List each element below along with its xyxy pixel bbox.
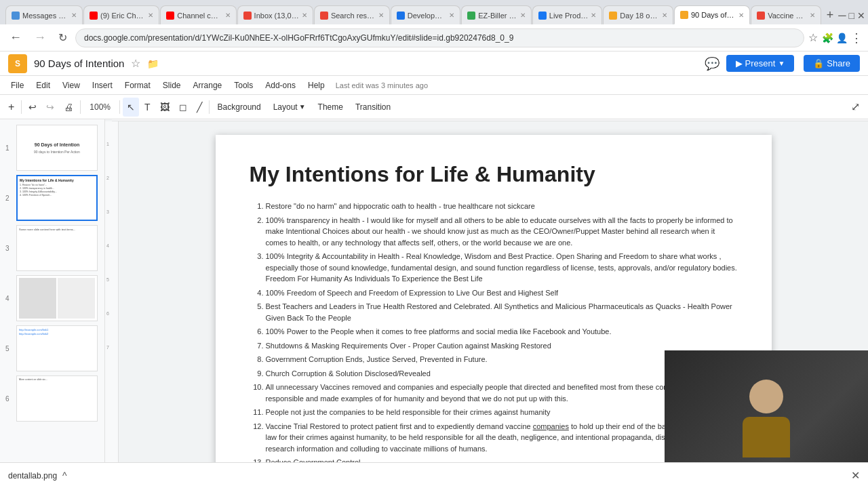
text-tool[interactable]: T xyxy=(140,98,155,117)
present-label: Present xyxy=(745,58,776,68)
tab-label: Search results... xyxy=(331,12,376,20)
tab-close[interactable]: ✕ xyxy=(225,12,231,19)
tab-close[interactable]: ✕ xyxy=(662,12,667,19)
ruler-left: 1 2 3 4 5 6 7 xyxy=(105,121,119,462)
comments-button[interactable]: 💬 xyxy=(705,56,719,71)
move-to-drive-button[interactable]: 📁 xyxy=(147,58,159,69)
toolbar-sep1 xyxy=(21,100,22,114)
profile-button[interactable]: 👤 xyxy=(836,30,848,45)
address-bar[interactable] xyxy=(75,28,804,47)
download-dropdown[interactable]: ^ xyxy=(62,470,67,481)
tab-messages[interactable]: Messages for w... ✕ xyxy=(5,5,83,24)
slide-thumb-4[interactable]: 4 xyxy=(16,275,99,321)
tab-channel[interactable]: Channel conte... ✕ xyxy=(160,5,236,24)
menu-help[interactable]: Help xyxy=(302,79,330,92)
menu-tools[interactable]: Tools xyxy=(229,79,258,92)
menu-addons[interactable]: Add-ons xyxy=(260,79,301,92)
slide-number: 6 xyxy=(5,395,9,403)
app-logo: S xyxy=(8,54,27,73)
tab-label: Channel conte... xyxy=(177,12,222,20)
slide-title: My Intentions for Life & Humanity xyxy=(250,162,738,187)
tab-day18[interactable]: Day 18 of 90 D... ✕ xyxy=(603,5,673,24)
extension-button[interactable]: 🧩 xyxy=(822,30,833,45)
theme-button[interactable]: Theme xyxy=(313,98,349,117)
tab-yt[interactable]: (9) Eric Chong... ✕ xyxy=(83,5,159,24)
download-close[interactable]: ✕ xyxy=(851,469,860,482)
bookmark-button[interactable]: ☆ xyxy=(808,31,818,44)
tab-vaccine[interactable]: Vaccine Epide... ✕ xyxy=(751,5,821,24)
slide-thumb-1[interactable]: 1 90 Days of Intention 90 days to Intent… xyxy=(16,125,99,171)
tab-90days[interactable]: 90 Days of Inter... ✕ xyxy=(674,5,750,24)
slide-thumb-6[interactable]: 6 More content on slide six... xyxy=(16,375,99,422)
present-button[interactable]: ▶ Present ▼ xyxy=(726,55,795,72)
reload-button[interactable]: ↻ xyxy=(54,28,71,47)
menu-format[interactable]: Format xyxy=(119,79,156,92)
tab-close[interactable]: ✕ xyxy=(520,12,526,19)
forward-button[interactable]: → xyxy=(30,28,50,47)
list-item-7: Shutdowns & Masking Requirements Over - … xyxy=(266,340,738,352)
browser-chrome: Messages for w... ✕ (9) Eric Chong... ✕ … xyxy=(0,0,868,24)
tab-label: Day 18 of 90 D... xyxy=(620,12,659,20)
menu-bar: File Edit View Insert Format Slide Arran… xyxy=(0,76,868,95)
tab-close[interactable]: ✕ xyxy=(449,12,454,19)
image-tool[interactable]: 🖼 xyxy=(156,98,174,117)
tab-label: Inbox (13,007)... xyxy=(254,12,299,20)
tab-close[interactable]: ✕ xyxy=(738,12,744,19)
transition-button[interactable]: Transition xyxy=(350,98,396,117)
tab-devp[interactable]: Development P... ✕ xyxy=(391,5,461,24)
star-button[interactable]: ☆ xyxy=(131,57,140,70)
tab-label: Messages for w... xyxy=(22,12,67,20)
fit-screen-button[interactable]: ⤢ xyxy=(847,98,864,116)
background-button[interactable]: Background xyxy=(212,98,267,117)
settings-button[interactable]: ⋮ xyxy=(850,30,863,45)
tab-label: EZ-Biller Dash... xyxy=(478,12,517,20)
tab-fb[interactable]: Live Producer... ✕ xyxy=(532,5,603,24)
minimize-btn[interactable]: ─ xyxy=(838,9,846,22)
slide-thumb-3[interactable]: 3 Some more slide content here with text… xyxy=(16,225,99,271)
tab-close[interactable]: ✕ xyxy=(810,12,815,19)
list-item-5: Best Teachers and Leaders in True Health… xyxy=(266,301,738,323)
maximize-btn[interactable]: □ xyxy=(849,10,854,21)
toolbar-add-btn[interactable]: + xyxy=(4,98,18,117)
print-button[interactable]: 🖨 xyxy=(60,98,77,117)
line-tool[interactable]: ╱ xyxy=(193,98,206,117)
menu-insert[interactable]: Insert xyxy=(87,79,118,92)
slide-number: 5 xyxy=(5,345,9,352)
tab-gmail1[interactable]: Inbox (13,007)... ✕ xyxy=(237,5,313,24)
tab-gmail2[interactable]: Search results... ✕ xyxy=(314,5,390,24)
tab-close[interactable]: ✕ xyxy=(302,12,307,19)
redo-button[interactable]: ↪ xyxy=(42,98,58,117)
thumb-subtitle: 90 days to Intention Per Action xyxy=(34,150,80,154)
tab-close[interactable]: ✕ xyxy=(591,12,596,19)
share-button[interactable]: 🔒 Share xyxy=(804,55,860,72)
zoom-level[interactable]: 100% xyxy=(83,100,117,115)
shape-tool[interactable]: ◻ xyxy=(175,98,191,117)
menu-slide[interactable]: Slide xyxy=(157,79,186,92)
close-btn[interactable]: ✕ xyxy=(857,10,865,21)
undo-button[interactable]: ↩ xyxy=(24,98,41,117)
tab-close[interactable]: ✕ xyxy=(378,12,384,19)
layout-button[interactable]: Layout ▼ xyxy=(268,98,311,117)
slide-number: 3 xyxy=(5,245,9,252)
tab-close[interactable]: ✕ xyxy=(148,12,153,19)
menu-file[interactable]: File xyxy=(5,79,29,92)
slide-thumb-2[interactable]: 2 My Intentions for Life & Humanity 1. R… xyxy=(16,175,99,221)
menu-arrange[interactable]: Arrange xyxy=(188,79,228,92)
slide-number: 1 xyxy=(5,144,9,152)
app-header: S 90 Days of Intention ☆ 📁 💬 ▶ Present ▼… xyxy=(0,52,868,76)
cursor-tool[interactable]: ↖ xyxy=(123,98,139,117)
menu-view[interactable]: View xyxy=(57,79,85,92)
menu-edit[interactable]: Edit xyxy=(31,79,56,92)
ruler-top: 1 2 3 4 5 6 7 8 9 xyxy=(112,119,868,121)
download-filename: dentallab.png xyxy=(8,471,57,481)
tab-label: 90 Days of Inter... xyxy=(691,11,736,19)
new-tab-button[interactable]: + xyxy=(822,5,838,24)
tab-close[interactable]: ✕ xyxy=(71,12,77,19)
back-button[interactable]: ← xyxy=(5,28,26,47)
tab-ezbiller[interactable]: EZ-Biller Dash... ✕ xyxy=(461,5,532,24)
toolbar-sep4 xyxy=(209,100,210,114)
slide-thumb-5[interactable]: 5 http://example.com/link1http://example… xyxy=(16,325,99,371)
list-item-1: Restore "do no harm" and hippocratic oat… xyxy=(266,201,738,212)
layout-label: Layout xyxy=(273,102,298,112)
last-edit-text: Last edit was 3 minutes ago xyxy=(336,81,428,89)
